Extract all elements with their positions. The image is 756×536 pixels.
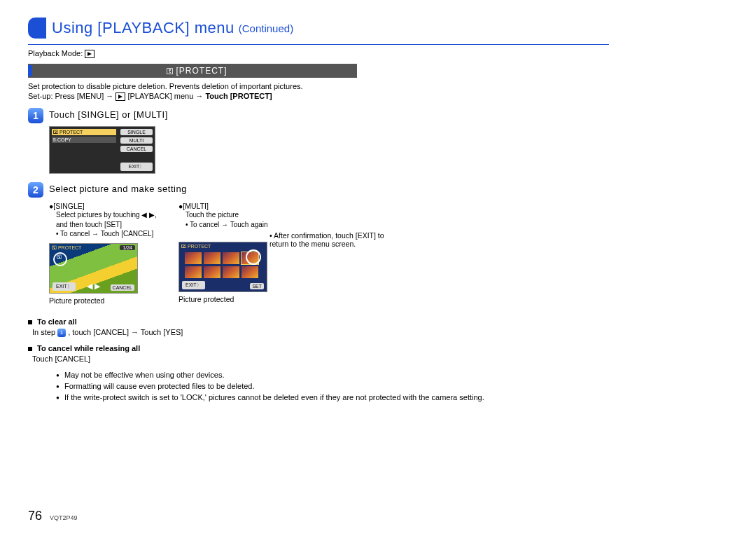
single-caption: Picture protected	[49, 296, 178, 305]
step-2-badge: 2	[28, 182, 43, 198]
lcd1-btn-exit[interactable]: EXIT〉	[120, 163, 153, 171]
single-label: ●[SINGLE]	[49, 202, 178, 210]
lcd-multi-set[interactable]: SET	[250, 283, 264, 289]
lcd1-btn-multi[interactable]: MULTI	[120, 137, 153, 144]
lcd1-btn-single[interactable]: SINGLE	[120, 129, 153, 135]
thumb[interactable]	[223, 266, 239, 278]
thumb[interactable]	[185, 252, 202, 264]
page-title: Using [PLAYBACK] menu	[52, 19, 234, 37]
setup-mid: [PLAYBACK] menu →	[127, 92, 205, 100]
multi-line2: • To cancel → Touch again	[186, 221, 270, 230]
playback-mode-label: Playback Mode:	[28, 49, 83, 57]
section-protect-label: [PROTECT]	[176, 66, 227, 76]
step-2-title: Select picture and make setting	[49, 184, 187, 194]
thumb[interactable]	[204, 252, 220, 264]
note-item: May not be effective when using other de…	[56, 370, 630, 381]
title-rule	[28, 44, 609, 45]
single-line3: • To cancel → Touch [CANCEL]	[56, 230, 178, 239]
play-icon	[85, 50, 94, 58]
square-bullet-icon	[28, 347, 32, 351]
setup-line: Set-up: Press [MENU] → [PLAYBACK] menu →…	[28, 92, 728, 101]
notes-list: May not be effective when using other de…	[28, 370, 630, 404]
lcd-single-cancel[interactable]: CANCEL	[111, 284, 134, 291]
note-item: If the write-protect switch is set to 'L…	[56, 392, 630, 404]
thumb[interactable]	[241, 266, 258, 278]
key-icon: ⚿	[167, 67, 174, 75]
lcd1-btn-cancel[interactable]: CANCEL	[120, 146, 153, 152]
nav-arrows-icon[interactable]: ◀ ▶	[87, 282, 100, 291]
square-bullet-icon	[28, 320, 32, 324]
title-tab	[28, 18, 46, 39]
lcd-multi-exit[interactable]: EXIT〉	[182, 281, 205, 289]
lcd-multi-top: ⚿ PROTECT	[181, 244, 211, 249]
step-1-title: Touch [SINGLE] or [MULTI]	[49, 109, 168, 120]
doc-id: VQT2P49	[50, 514, 78, 521]
clear-text-pre: In step	[32, 328, 57, 336]
lcd-single-top: ⚿ PROTECT	[52, 245, 81, 250]
page-number: 76	[28, 509, 42, 523]
lock-icon: ⚿	[57, 254, 62, 259]
single-line1: Select pictures by touching ◀ ▶,	[56, 211, 178, 220]
to-clear-heading: To clear all	[37, 317, 77, 326]
playback-mode-line: Playback Mode:	[28, 49, 728, 58]
lcd-single-index: 1/24	[120, 245, 135, 250]
lcd1-row-copy[interactable]: ⎘ COPY	[52, 137, 116, 143]
step-mini-badge: 1	[57, 329, 66, 337]
section-protect-bar: ⚿ [PROTECT]	[28, 64, 357, 78]
side-note: • After confirmation, touch [EXIT] to re…	[270, 231, 388, 305]
footer: 76 VQT2P49	[28, 509, 78, 523]
lcd-single-exit[interactable]: EXIT〉	[52, 282, 76, 291]
play-icon	[115, 92, 125, 101]
step-1-lcd: ⚿ PROTECT ⎘ COPY SINGLE MULTI CANCEL EXI…	[49, 126, 155, 174]
to-cancel-releasing-heading: To cancel while releasing all	[37, 344, 140, 352]
multi-label: ●[MULTI]	[178, 202, 270, 210]
single-line2: and then touch [SET]	[56, 221, 178, 230]
blue-stub	[28, 65, 32, 76]
intro-text: Set protection to disable picture deleti…	[28, 82, 728, 90]
thumb[interactable]	[185, 266, 202, 278]
note-item: Formatting will cause even protected fil…	[56, 381, 630, 392]
page-title-continued: (Continued)	[239, 22, 293, 34]
multi-line1: Touch the picture	[186, 211, 270, 220]
setup-suffix: Touch [PROTECT]	[205, 92, 272, 100]
lcd-multi: ⚿ PROTECT EXIT〉 SET	[178, 242, 267, 292]
thumb[interactable]	[223, 252, 239, 264]
multi-caption: Picture protected	[178, 295, 270, 303]
lcd-single: ⚿ PROTECT 1/24 ⚿ EXIT〉 ◀ ▶ CANCEL	[49, 243, 138, 294]
cancel-rel-text: Touch [CANCEL]	[32, 355, 728, 363]
thumb[interactable]	[204, 266, 220, 278]
setup-prefix: Set-up: Press [MENU] →	[28, 92, 115, 100]
clear-text-post: , touch [CANCEL] → Touch [YES]	[68, 328, 183, 336]
step-1-badge: 1	[28, 108, 43, 123]
lcd1-row-protect[interactable]: ⚿ PROTECT	[52, 129, 116, 135]
